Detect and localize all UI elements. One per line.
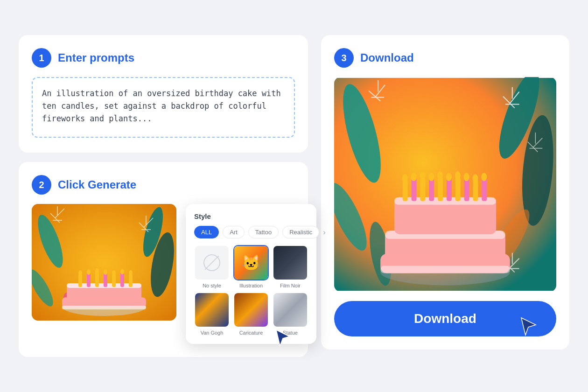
svg-rect-20 bbox=[62, 306, 146, 309]
svg-rect-25 bbox=[112, 274, 116, 287]
svg-rect-67 bbox=[403, 180, 408, 201]
filter-chevron-icon: › bbox=[323, 228, 325, 237]
caricature-thumb bbox=[233, 292, 269, 328]
svg-rect-76 bbox=[482, 178, 487, 201]
svg-point-79 bbox=[420, 171, 425, 180]
svg-point-34 bbox=[129, 270, 133, 276]
card2-inner: Style ALL Art Tattoo Realistic › bbox=[32, 204, 295, 344]
style-grid: No style 🐱 Illustration bbox=[194, 245, 308, 336]
card-enter-prompts: 1 Enter prompts An illustration of an ov… bbox=[19, 35, 308, 153]
style-item-van-gogh[interactable]: Van Gogh bbox=[194, 292, 230, 336]
svg-rect-70 bbox=[429, 178, 434, 201]
svg-rect-66 bbox=[394, 197, 496, 205]
svg-point-77 bbox=[402, 174, 408, 182]
right-column: 3 Download bbox=[321, 35, 569, 350]
filmnoir-label: Film Noir bbox=[280, 283, 301, 288]
step3-badge: 3 bbox=[334, 48, 354, 68]
svg-point-32 bbox=[112, 270, 116, 276]
card3-header: 3 Download bbox=[334, 48, 556, 68]
svg-point-78 bbox=[411, 173, 417, 181]
no-style-label: No style bbox=[203, 283, 221, 288]
card2-title: Click Generate bbox=[58, 178, 136, 191]
svg-rect-27 bbox=[129, 274, 133, 287]
step2-badge: 2 bbox=[32, 175, 51, 195]
svg-rect-22 bbox=[87, 273, 91, 287]
svg-rect-24 bbox=[104, 273, 107, 287]
svg-point-84 bbox=[464, 173, 469, 181]
style-item-illustration[interactable]: 🐱 Illustration bbox=[233, 245, 269, 288]
svg-point-28 bbox=[78, 270, 82, 276]
style-panel-title: Style bbox=[194, 212, 308, 220]
vangogh-label: Van Gogh bbox=[201, 330, 224, 336]
download-button[interactable]: Download bbox=[334, 301, 556, 336]
card2-header: 2 Click Generate bbox=[32, 175, 295, 195]
svg-point-83 bbox=[455, 171, 461, 180]
filter-tattoo[interactable]: Tattoo bbox=[248, 226, 279, 238]
svg-point-82 bbox=[446, 173, 452, 181]
svg-rect-23 bbox=[95, 272, 99, 287]
card-download: 3 Download bbox=[321, 35, 569, 350]
svg-rect-75 bbox=[473, 180, 478, 201]
step1-badge: 1 bbox=[32, 48, 51, 68]
svg-rect-21 bbox=[78, 274, 82, 287]
caricature-label: Caricature bbox=[239, 330, 263, 336]
filter-all[interactable]: ALL bbox=[194, 226, 219, 238]
svg-point-33 bbox=[120, 269, 124, 274]
filmnoir-thumb bbox=[273, 245, 308, 280]
svg-point-85 bbox=[473, 174, 478, 182]
svg-point-31 bbox=[104, 269, 107, 275]
download-cursor-icon bbox=[519, 315, 538, 341]
style-item-no-style[interactable]: No style bbox=[194, 245, 230, 288]
card1-header: 1 Enter prompts bbox=[32, 48, 295, 68]
style-item-caricature[interactable]: Caricature bbox=[233, 292, 269, 336]
svg-rect-69 bbox=[420, 177, 425, 201]
result-image bbox=[334, 77, 556, 292]
generate-cursor bbox=[274, 328, 291, 350]
prompt-textarea[interactable]: An illustration of an oversized birthday… bbox=[32, 77, 295, 138]
svg-point-29 bbox=[87, 269, 91, 275]
cat-icon: 🐱 bbox=[242, 254, 260, 272]
svg-point-80 bbox=[428, 173, 434, 181]
illustration-label: Illustration bbox=[239, 283, 263, 288]
statue-thumb bbox=[273, 292, 308, 328]
no-style-thumb bbox=[194, 245, 230, 280]
svg-rect-26 bbox=[120, 273, 124, 287]
svg-rect-73 bbox=[455, 177, 461, 201]
vangogh-thumb bbox=[194, 292, 230, 328]
svg-rect-72 bbox=[447, 178, 452, 201]
svg-point-30 bbox=[95, 268, 99, 274]
filter-realistic[interactable]: Realistic bbox=[282, 226, 319, 238]
illustration-thumb: 🐱 bbox=[233, 245, 269, 280]
filter-art[interactable]: Art bbox=[223, 226, 245, 238]
download-label: Download bbox=[414, 311, 476, 326]
card-click-generate: 2 Click Generate bbox=[19, 162, 308, 357]
svg-rect-74 bbox=[464, 178, 469, 201]
card1-title: Enter prompts bbox=[58, 51, 134, 64]
svg-rect-68 bbox=[412, 178, 417, 201]
left-column: 1 Enter prompts An illustration of an ov… bbox=[19, 35, 308, 357]
generated-image bbox=[32, 204, 176, 321]
svg-point-86 bbox=[481, 173, 487, 181]
style-filters: ALL Art Tattoo Realistic › bbox=[194, 226, 308, 238]
style-panel: Style ALL Art Tattoo Realistic › bbox=[186, 204, 316, 344]
style-item-film-noir[interactable]: Film Noir bbox=[273, 245, 308, 288]
main-container: 1 Enter prompts An illustration of an ov… bbox=[0, 16, 588, 376]
svg-rect-64 bbox=[380, 266, 510, 273]
svg-rect-71 bbox=[438, 177, 443, 201]
svg-point-81 bbox=[437, 171, 443, 180]
card3-title: Download bbox=[360, 51, 414, 64]
